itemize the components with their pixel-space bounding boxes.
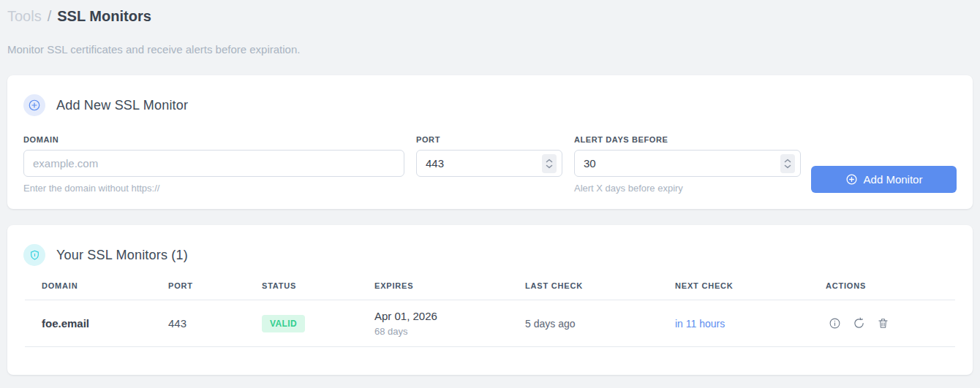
col-header-expires: EXPIRES [358,281,508,290]
ssl-monitors-card-header: Your SSL Monitors (1) [23,244,957,266]
col-header-domain: DOMAIN [25,281,151,290]
monitor-domain: foe.email [25,317,151,330]
port-input[interactable] [416,150,562,177]
ssl-monitors-card-title: Your SSL Monitors (1) [56,248,188,263]
add-monitor-button-label: Add Monitor [864,173,923,186]
port-label: PORT [416,135,562,144]
monitor-actions [809,317,955,330]
monitor-expires-date: Apr 01, 2026 [374,310,508,322]
col-header-port: PORT [151,281,245,290]
monitor-status-cell: VALID [245,315,358,332]
col-header-status: STATUS [245,281,358,290]
domain-field-group: DOMAIN Enter the domain without https:// [23,135,404,194]
col-header-last-check: LAST CHECK [508,281,658,290]
breadcrumb-separator: / [48,6,52,26]
col-header-actions: ACTIONS [809,281,955,290]
monitor-expires-days: 68 days [374,326,508,337]
alert-days-stepper[interactable] [780,154,795,173]
table-row: foe.email 443 VALID Apr 01, 2026 68 days… [25,300,955,347]
col-header-next-check: NEXT CHECK [658,281,809,290]
add-monitor-form: DOMAIN Enter the domain without https://… [23,135,957,194]
submit-column: Add Monitor [813,135,957,194]
monitor-last-check: 5 days ago [508,318,658,330]
alert-days-label: ALERT DAYS BEFORE [574,135,801,144]
monitor-next-check: in 11 hours [658,318,809,330]
refresh-icon[interactable] [853,317,865,330]
page-title: SSL Monitors [57,6,151,26]
plus-circle-icon [845,173,858,186]
info-icon[interactable] [829,317,841,330]
add-monitor-button[interactable]: Add Monitor [811,166,957,193]
page-header: Tools / SSL Monitors Monitor SSL certifi… [0,0,980,56]
monitors-table-header: DOMAIN PORT STATUS EXPIRES LAST CHECK NE… [25,281,955,300]
plus-circle-icon [23,94,45,116]
add-monitor-card-header: Add New SSL Monitor [23,94,957,116]
port-stepper[interactable] [542,154,557,173]
shield-icon [23,244,45,266]
status-badge: VALID [262,315,305,332]
alert-days-field-group: ALERT DAYS BEFORE Alert X days before ex… [574,135,801,194]
page-subtitle: Monitor SSL certificates and receive ale… [7,43,973,56]
monitors-table: DOMAIN PORT STATUS EXPIRES LAST CHECK NE… [25,281,955,347]
breadcrumb-tools-link[interactable]: Tools [7,6,42,26]
trash-icon[interactable] [877,317,889,330]
breadcrumb: Tools / SSL Monitors [7,6,973,26]
domain-label: DOMAIN [23,135,404,144]
add-monitor-card: Add New SSL Monitor DOMAIN Enter the dom… [7,75,973,209]
domain-helper: Enter the domain without https:// [23,183,404,194]
domain-input[interactable] [23,150,404,177]
ssl-monitors-card: Your SSL Monitors (1) DOMAIN PORT STATUS… [7,225,973,375]
monitor-port: 443 [151,317,245,330]
alert-days-helper: Alert X days before expiry [574,183,801,194]
monitor-expires-cell: Apr 01, 2026 68 days [358,310,508,337]
add-monitor-card-title: Add New SSL Monitor [56,98,188,113]
port-field-group: PORT [416,135,562,194]
alert-days-input[interactable] [574,150,801,177]
